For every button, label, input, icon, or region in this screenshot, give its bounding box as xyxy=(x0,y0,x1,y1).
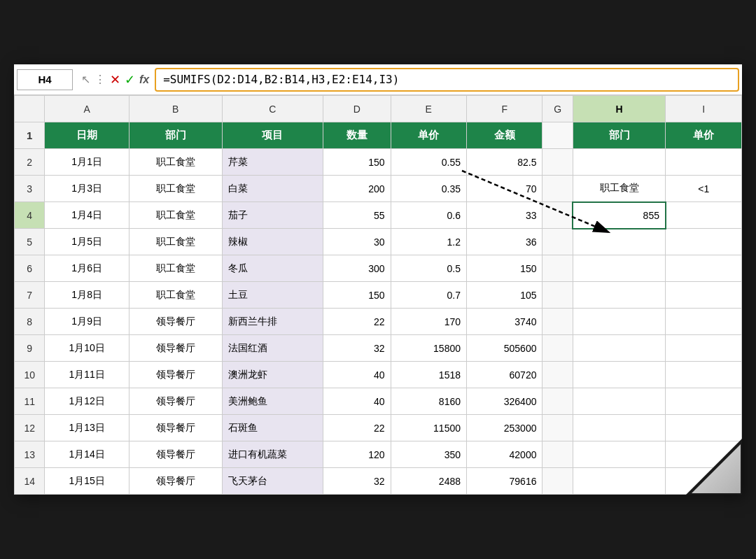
confirm-icon[interactable]: ✓ xyxy=(125,72,135,87)
cell-D11[interactable]: 40 xyxy=(323,388,391,415)
cell-D14[interactable]: 32 xyxy=(323,468,391,495)
cell-I3[interactable]: <1 xyxy=(666,176,742,202)
cell-A5[interactable]: 1月5日 xyxy=(45,229,130,255)
cell-A10[interactable]: 1月11日 xyxy=(45,362,130,388)
cell-A13[interactable]: 1月14日 xyxy=(45,441,130,468)
cell-C2[interactable]: 芹菜 xyxy=(222,149,323,176)
cell-E3[interactable]: 0.35 xyxy=(391,176,466,202)
cell-D13[interactable]: 120 xyxy=(323,441,391,468)
cell-H3[interactable]: 职工食堂 xyxy=(573,176,666,202)
cell-D12[interactable]: 22 xyxy=(323,415,391,441)
col-header-I[interactable]: I xyxy=(666,96,742,122)
cell-H5 xyxy=(573,229,666,255)
cell-B6[interactable]: 职工食堂 xyxy=(129,255,222,282)
cell-B2[interactable]: 职工食堂 xyxy=(129,149,222,176)
cell-C11[interactable]: 美洲鲍鱼 xyxy=(222,388,323,415)
cell-F7[interactable]: 105 xyxy=(467,282,542,309)
cell-D2[interactable]: 150 xyxy=(323,149,391,176)
cell-B10[interactable]: 领导餐厅 xyxy=(129,362,222,388)
cell-B9[interactable]: 领导餐厅 xyxy=(129,335,222,362)
cell-F5[interactable]: 36 xyxy=(467,229,542,255)
cell-C5[interactable]: 辣椒 xyxy=(222,229,323,255)
cell-A2[interactable]: 1月1日 xyxy=(45,149,130,176)
cell-C8[interactable]: 新西兰牛排 xyxy=(222,309,323,335)
cell-B14[interactable]: 领导餐厅 xyxy=(129,468,222,495)
cell-F2[interactable]: 82.5 xyxy=(467,149,542,176)
cell-D6[interactable]: 300 xyxy=(323,255,391,282)
cell-B13[interactable]: 领导餐厅 xyxy=(129,441,222,468)
formula-input[interactable] xyxy=(155,68,739,92)
cancel-icon[interactable]: ✕ xyxy=(110,72,120,87)
cell-H4[interactable]: 855 xyxy=(573,202,666,229)
cell-F8[interactable]: 3740 xyxy=(467,309,542,335)
cell-D3[interactable]: 200 xyxy=(323,176,391,202)
cell-F13[interactable]: 42000 xyxy=(467,441,542,468)
cell-C13[interactable]: 进口有机蔬菜 xyxy=(222,441,323,468)
cell-C7[interactable]: 土豆 xyxy=(222,282,323,309)
cell-A11[interactable]: 1月12日 xyxy=(45,388,130,415)
cell-C6[interactable]: 冬瓜 xyxy=(222,255,323,282)
col-header-G[interactable]: G xyxy=(542,96,573,122)
row-num-7: 7 xyxy=(15,282,45,309)
cell-C12[interactable]: 石斑鱼 xyxy=(222,415,323,441)
col-header-B[interactable]: B xyxy=(129,96,222,122)
col-header-H[interactable]: H xyxy=(573,96,666,122)
cell-F9[interactable]: 505600 xyxy=(467,335,542,362)
col-header-C[interactable]: C xyxy=(222,96,323,122)
cell-E8[interactable]: 170 xyxy=(391,309,466,335)
cell-F14[interactable]: 79616 xyxy=(467,468,542,495)
cell-B12[interactable]: 领导餐厅 xyxy=(129,415,222,441)
cell-reference[interactable]: H4 xyxy=(17,69,73,90)
cell-F4[interactable]: 33 xyxy=(467,202,542,229)
cell-D10[interactable]: 40 xyxy=(323,362,391,388)
cell-E6[interactable]: 0.5 xyxy=(391,255,466,282)
cell-A4[interactable]: 1月4日 xyxy=(45,202,130,229)
cell-B8[interactable]: 领导餐厅 xyxy=(129,309,222,335)
cell-E10[interactable]: 1518 xyxy=(391,362,466,388)
cell-E2[interactable]: 0.55 xyxy=(391,149,466,176)
cell-A14[interactable]: 1月15日 xyxy=(45,468,130,495)
col-header-D[interactable]: D xyxy=(323,96,391,122)
cell-B3[interactable]: 职工食堂 xyxy=(129,176,222,202)
cell-B5[interactable]: 职工食堂 xyxy=(129,229,222,255)
cell-E9[interactable]: 15800 xyxy=(391,335,466,362)
column-header-row: A B C D E F G H I xyxy=(15,96,742,122)
cell-F12[interactable]: 253000 xyxy=(467,415,542,441)
col-header-F[interactable]: F xyxy=(467,96,542,122)
cell-A7[interactable]: 1月8日 xyxy=(45,282,130,309)
cell-E11[interactable]: 8160 xyxy=(391,388,466,415)
cell-A3[interactable]: 1月3日 xyxy=(45,176,130,202)
col-header-A[interactable]: A xyxy=(45,96,130,122)
cell-E13[interactable]: 350 xyxy=(391,441,466,468)
cell-D9[interactable]: 32 xyxy=(323,335,391,362)
cell-D8[interactable]: 22 xyxy=(323,309,391,335)
cell-B7[interactable]: 职工食堂 xyxy=(129,282,222,309)
cell-A8[interactable]: 1月9日 xyxy=(45,309,130,335)
cell-F11[interactable]: 326400 xyxy=(467,388,542,415)
cell-D4[interactable]: 55 xyxy=(323,202,391,229)
cell-E4[interactable]: 0.6 xyxy=(391,202,466,229)
cell-A9[interactable]: 1月10日 xyxy=(45,335,130,362)
cell-F10[interactable]: 60720 xyxy=(467,362,542,388)
cell-F3[interactable]: 70 xyxy=(467,176,542,202)
table-row: 6 1月6日 职工食堂 冬瓜 300 0.5 150 xyxy=(15,255,742,282)
cell-E5[interactable]: 1.2 xyxy=(391,229,466,255)
cell-A12[interactable]: 1月13日 xyxy=(45,415,130,441)
cell-F6[interactable]: 150 xyxy=(467,255,542,282)
cell-C14[interactable]: 飞天茅台 xyxy=(222,468,323,495)
cell-A6[interactable]: 1月6日 xyxy=(45,255,130,282)
cell-E7[interactable]: 0.7 xyxy=(391,282,466,309)
cell-D5[interactable]: 30 xyxy=(323,229,391,255)
header-dept: 部门 xyxy=(129,122,222,149)
cell-E12[interactable]: 11500 xyxy=(391,415,466,441)
cell-C4[interactable]: 茄子 xyxy=(222,202,323,229)
cell-C3[interactable]: 白菜 xyxy=(222,176,323,202)
cell-B4[interactable]: 职工食堂 xyxy=(129,202,222,229)
table-row: 9 1月10日 领导餐厅 法国红酒 32 15800 505600 xyxy=(15,335,742,362)
cell-B11[interactable]: 领导餐厅 xyxy=(129,388,222,415)
cell-C9[interactable]: 法国红酒 xyxy=(222,335,323,362)
cell-D7[interactable]: 150 xyxy=(323,282,391,309)
cell-C10[interactable]: 澳洲龙虾 xyxy=(222,362,323,388)
cell-E14[interactable]: 2488 xyxy=(391,468,466,495)
col-header-E[interactable]: E xyxy=(391,96,466,122)
